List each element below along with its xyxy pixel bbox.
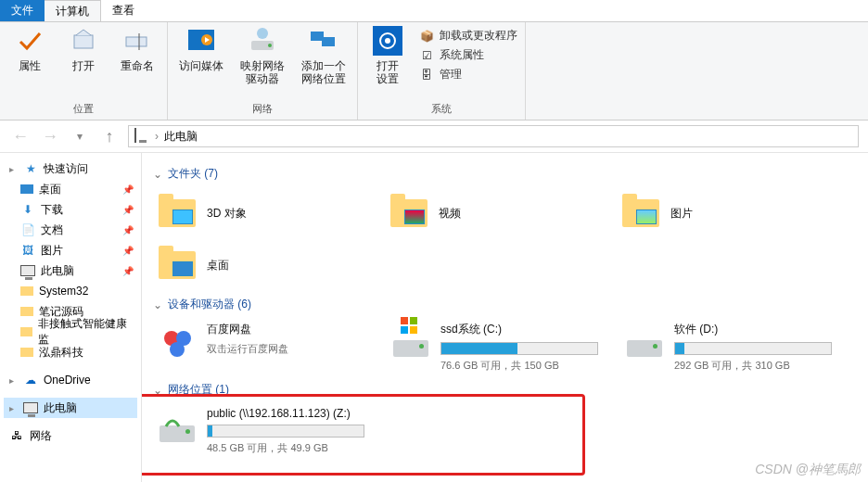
breadcrumb-this-pc[interactable]: 此电脑 — [164, 129, 198, 145]
rename-button[interactable]: 重命名 — [115, 26, 160, 72]
svg-rect-20 — [410, 326, 417, 334]
folder-icon — [157, 193, 198, 234]
section-folders-header[interactable]: 文件夹 (7) — [153, 166, 857, 182]
folder-icon — [157, 245, 198, 285]
picture-icon: 🖼 — [20, 243, 35, 258]
drive-c[interactable]: ssd系统 (C:) 76.6 GB 可用，共 150 GB — [387, 318, 620, 376]
cloud-icon: ☁ — [23, 373, 38, 387]
ribbon-group-system-label: 系统 — [365, 100, 517, 120]
sidebar-item-desktop[interactable]: 桌面📌 — [4, 179, 137, 199]
svg-rect-19 — [401, 326, 408, 334]
pin-icon: 📌 — [122, 266, 134, 276]
svg-point-13 — [385, 38, 390, 44]
folder-desktop[interactable]: 桌面 — [153, 239, 385, 291]
watermark: CSDN @神笔馬郎 — [755, 462, 861, 478]
tab-file[interactable]: 文件 — [0, 0, 45, 21]
svg-point-7 — [268, 44, 272, 47]
settings-icon — [373, 26, 402, 56]
svg-rect-1 — [126, 37, 147, 46]
star-icon: ★ — [23, 161, 38, 176]
ribbon: 属性 打开 重命名 位置 访问媒体 映射网络 驱动器 — [0, 22, 868, 120]
nav-back-button[interactable]: ← — [9, 125, 32, 147]
ribbon-group-location-label: 位置 — [7, 100, 160, 120]
folder-pictures[interactable]: 图片 — [617, 187, 849, 239]
manage-icon: 🗄 — [419, 68, 434, 82]
open-settings-button[interactable]: 打开 设置 — [365, 26, 410, 85]
main-content: 文件夹 (7) 3D 对象 视频 图片 桌面 设备和驱动器 (6) — [142, 153, 868, 482]
document-icon: 📄 — [20, 222, 35, 237]
box-icon: 📦 — [419, 29, 434, 44]
pin-icon: 📌 — [122, 205, 134, 215]
sidebar-item-this-pc[interactable]: 此电脑📌 — [4, 260, 137, 281]
sidebar-item-health[interactable]: 非接触式智能健康监 — [4, 322, 137, 342]
folder-icon — [20, 286, 33, 296]
sidebar-item-system32[interactable]: System32 — [4, 281, 137, 301]
nav-up-button[interactable]: ↑ — [98, 125, 121, 147]
network-drive-z[interactable]: public (\\192.168.11.123) (Z:) 48.5 GB 可… — [153, 403, 387, 459]
checkmark-icon — [15, 26, 45, 56]
folder-icon — [389, 193, 429, 234]
manage-button[interactable]: 🗄管理 — [419, 67, 517, 82]
baidu-icon — [157, 322, 198, 362]
sidebar-this-pc[interactable]: 此电脑 — [4, 398, 137, 418]
nav-recent-button[interactable]: ▾ — [69, 125, 91, 147]
access-media-button[interactable]: 访问媒体 — [175, 26, 227, 72]
tab-computer[interactable]: 计算机 — [45, 0, 101, 21]
sidebar-network[interactable]: 🖧网络 — [4, 425, 137, 446]
folder-3d-objects[interactable]: 3D 对象 — [153, 187, 385, 239]
map-drive-button[interactable]: 映射网络 驱动器 — [236, 26, 288, 85]
this-pc-icon — [20, 263, 35, 278]
folder-icon — [20, 348, 33, 357]
checkbox-icon: ☑ — [419, 48, 434, 63]
sidebar-onedrive[interactable]: ☁OneDrive — [4, 370, 137, 390]
drive-baidu[interactable]: 百度网盘 双击运行百度网盘 — [153, 318, 387, 376]
system-properties-button[interactable]: ☑系统属性 — [419, 47, 517, 63]
pin-icon: 📌 — [122, 184, 134, 195]
this-pc-icon — [23, 400, 38, 415]
svg-rect-0 — [74, 35, 93, 48]
folder-icon — [20, 327, 32, 336]
sidebar-item-documents[interactable]: 📄文档📌 — [4, 220, 137, 240]
add-network-location-button[interactable]: 添加一个 网络位置 — [298, 26, 350, 85]
folder-icon — [620, 193, 661, 234]
section-network-header[interactable]: 网络位置 (1) — [153, 382, 857, 398]
sidebar-item-downloads[interactable]: ⬇下载📌 — [4, 199, 137, 220]
nav-forward-button[interactable]: → — [39, 125, 61, 147]
media-icon — [186, 26, 216, 56]
svg-rect-9 — [311, 32, 324, 41]
open-button[interactable]: 打开 — [61, 26, 106, 72]
properties-button[interactable]: 属性 — [7, 26, 52, 72]
tab-view[interactable]: 查看 — [101, 0, 146, 21]
address-bar[interactable]: › 此电脑 — [128, 125, 859, 147]
windows-drive-icon — [390, 322, 431, 362]
section-drives-header[interactable]: 设备和驱动器 (6) — [153, 297, 857, 312]
download-icon: ⬇ — [20, 202, 35, 217]
this-pc-icon — [134, 129, 149, 144]
svg-rect-10 — [322, 37, 335, 46]
desktop-icon — [20, 184, 33, 194]
rename-icon — [122, 26, 152, 56]
svg-rect-17 — [401, 317, 408, 324]
drive-icon — [624, 322, 665, 362]
folder-videos[interactable]: 视频 — [385, 187, 617, 239]
pin-icon: 📌 — [122, 225, 134, 235]
folder-icon — [20, 307, 33, 316]
network-drive-icon — [157, 407, 198, 448]
uninstall-programs-button[interactable]: 📦卸载或更改程序 — [419, 28, 517, 44]
svg-point-16 — [170, 342, 185, 357]
pin-icon: 📌 — [122, 246, 134, 256]
svg-point-8 — [257, 28, 268, 39]
monitors-icon — [309, 26, 338, 56]
open-icon — [69, 26, 98, 56]
drive-network-icon — [248, 26, 277, 56]
ribbon-group-network-label: 网络 — [175, 100, 350, 120]
sidebar-quick-access[interactable]: ★ 快速访问 — [4, 159, 137, 179]
sidebar-item-pictures[interactable]: 🖼图片📌 — [4, 240, 137, 260]
svg-rect-18 — [410, 317, 417, 324]
drive-d[interactable]: 软件 (D:) 292 GB 可用，共 310 GB — [620, 318, 854, 376]
sidebar: ★ 快速访问 桌面📌 ⬇下载📌 📄文档📌 🖼图片📌 此电脑📌 System32 … — [0, 153, 142, 482]
network-icon: 🖧 — [9, 428, 24, 443]
chevron-right-icon: › — [155, 130, 159, 143]
